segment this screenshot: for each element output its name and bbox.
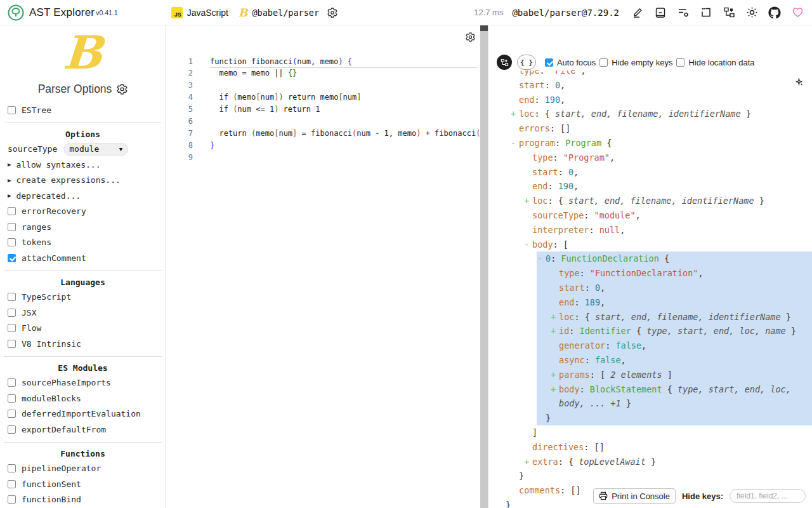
option-checkbox-jsx[interactable]: JSX <box>0 305 166 321</box>
editor-settings-gear-icon[interactable] <box>466 32 475 42</box>
option-checkbox-pipelineoperator[interactable]: pipelineOperator <box>0 461 166 477</box>
checkbox[interactable] <box>676 58 684 67</box>
option-checkbox-flow[interactable]: Flow <box>0 321 166 337</box>
editor-scrollbar-thumb[interactable] <box>480 25 488 31</box>
checkbox[interactable] <box>8 293 16 301</box>
code-line[interactable]: } <box>166 140 480 152</box>
code-line[interactable] <box>166 116 480 128</box>
tree-row[interactable]: +params: [ 2 elements ] <box>488 368 812 382</box>
options-gear-icon[interactable] <box>117 84 128 95</box>
option-checkbox-typescript[interactable]: TypeScript <box>0 290 166 305</box>
toolbar-checkbox-hide-empty-keys[interactable]: Hide empty keys <box>599 58 672 67</box>
language-selector[interactable]: JS JavaScript <box>171 7 228 18</box>
sparkle-icon[interactable] <box>794 77 804 88</box>
checkbox[interactable] <box>8 324 16 332</box>
theme-sun-icon[interactable] <box>745 6 759 20</box>
toolbar-checkbox-hide-location-data[interactable]: Hide location data <box>676 58 754 67</box>
tree-row[interactable]: start: 0, <box>488 165 812 180</box>
ast-explorer-logo-icon[interactable] <box>8 4 24 21</box>
option-checkbox-functionsent[interactable]: functionSent <box>0 476 166 492</box>
print-in-console-button[interactable]: Print in Console <box>593 488 676 504</box>
code-line[interactable] <box>166 79 480 91</box>
option-checkbox-errorrecovery[interactable]: errorRecovery <box>0 204 166 220</box>
tree-row[interactable]: +loc: { start, end, filename, identifier… <box>488 107 812 121</box>
option-disclosure-allow-syntaxes-[interactable]: ▶allow syntaxes... <box>0 157 166 173</box>
checkbox[interactable] <box>8 340 16 348</box>
tree-row[interactable]: +body: BlockStatement { type, start, end… <box>488 382 812 397</box>
option-checkbox-exportdefaultfrom[interactable]: exportDefaultFrom <box>0 422 166 438</box>
checkbox[interactable] <box>8 309 16 317</box>
checkbox[interactable] <box>8 378 16 387</box>
option-select-sourcetype[interactable]: sourceTypemodule▼ <box>0 142 166 157</box>
tree-row[interactable]: } <box>488 469 812 483</box>
tree-row[interactable]: -program: Program { <box>488 136 812 150</box>
collapse-icon[interactable]: - <box>511 136 519 150</box>
code-line[interactable]: if (num <= 1) return 1 <box>166 104 480 116</box>
checkbox[interactable] <box>8 425 16 434</box>
hide-keys-input[interactable] <box>730 489 806 503</box>
expand-icon[interactable]: + <box>551 310 559 324</box>
tree-row[interactable]: +loc: { start, end, filename, identifier… <box>488 310 812 324</box>
book-icon[interactable] <box>653 6 667 20</box>
checkbox[interactable] <box>8 207 16 215</box>
checkbox[interactable] <box>8 106 16 114</box>
tree-row[interactable]: end: 189, <box>488 295 812 310</box>
tree-icon[interactable] <box>722 6 736 20</box>
tree-row[interactable]: -0: FunctionDeclaration { <box>488 251 812 266</box>
tree-row[interactable]: type: "Program", <box>488 150 812 165</box>
checkbox[interactable] <box>8 464 16 472</box>
tree-row[interactable]: } <box>488 411 812 425</box>
collapse-icon[interactable]: - <box>537 251 546 266</box>
tree-row[interactable]: directives: [] <box>488 440 812 455</box>
option-checkbox-deferredimportevaluation[interactable]: deferredImportEvaluation <box>0 406 166 422</box>
collapse-icon[interactable]: - <box>524 237 532 252</box>
json-view-toggle[interactable]: { } <box>517 55 536 70</box>
checkbox[interactable] <box>8 223 16 231</box>
tree-row[interactable]: errors: [] <box>488 121 812 136</box>
checkbox[interactable] <box>545 58 553 67</box>
code-line[interactable]: return (memo[num] = fibonacci(num - 1, m… <box>166 128 480 140</box>
checkbox[interactable] <box>8 238 16 246</box>
checkbox[interactable] <box>8 495 16 504</box>
expand-icon[interactable]: + <box>551 382 559 397</box>
option-disclosure-create-expressions-[interactable]: ▶create expressions... <box>0 173 166 189</box>
checkbox[interactable] <box>8 254 16 262</box>
tree-row[interactable]: sourceType: "module", <box>488 208 812 223</box>
expand-icon[interactable]: + <box>511 107 519 121</box>
github-icon[interactable] <box>768 6 782 20</box>
expand-icon[interactable]: + <box>551 324 559 338</box>
checkbox[interactable] <box>599 58 608 67</box>
parser-selector[interactable]: B @babel/parser <box>239 6 319 19</box>
editor-scrollbar[interactable] <box>480 25 488 508</box>
tree-row[interactable]: -body: [ <box>488 237 812 252</box>
tree-row[interactable]: async: false, <box>488 353 812 368</box>
option-checkbox-moduleblocks[interactable]: moduleBlocks <box>0 391 166 406</box>
editor-code-area[interactable]: function fibonacci(num, memo) { memo = m… <box>166 56 480 508</box>
checkbox[interactable] <box>8 410 16 418</box>
tree-row[interactable]: end: 190, <box>488 93 812 107</box>
tree-row[interactable]: +loc: { start, end, filename, identifier… <box>488 194 812 208</box>
code-line[interactable]: memo = memo || {} <box>166 67 480 79</box>
expand-icon[interactable]: + <box>524 194 532 208</box>
tree-view-toggle-icon[interactable] <box>497 55 512 70</box>
expand-icon[interactable]: + <box>551 368 559 382</box>
option-checkbox-v8-intrinsic[interactable]: V8 Intrinsic <box>0 336 166 352</box>
tree-row[interactable]: body, ... +1 } <box>488 396 812 411</box>
parser-settings-gear-icon[interactable] <box>325 6 339 20</box>
snippet-icon[interactable] <box>699 6 713 20</box>
tree-row[interactable]: +extra: { topLevelAwait } <box>488 455 812 469</box>
toolbar-checkbox-auto-focus[interactable]: Auto focus <box>545 58 596 67</box>
tree-row[interactable]: start: 0, <box>488 78 812 93</box>
checkbox[interactable] <box>8 394 16 403</box>
checkbox[interactable] <box>8 480 16 488</box>
edit-icon[interactable] <box>631 6 645 20</box>
source-type-dropdown[interactable]: module▼ <box>63 143 128 156</box>
code-line[interactable]: if (memo[num]) return memo[num] <box>166 91 480 104</box>
tree-row[interactable]: type: "FunctionDeclaration", <box>488 266 812 281</box>
expand-icon[interactable]: + <box>524 455 532 469</box>
settings-list-icon[interactable] <box>676 6 690 20</box>
option-checkbox-functionbind[interactable]: functionBind <box>0 492 166 508</box>
tree-row[interactable]: interpreter: null, <box>488 223 812 237</box>
option-checkbox-estree[interactable]: ESTree <box>0 102 166 118</box>
option-checkbox-sourcephaseimports[interactable]: sourcePhaseImports <box>0 375 166 391</box>
